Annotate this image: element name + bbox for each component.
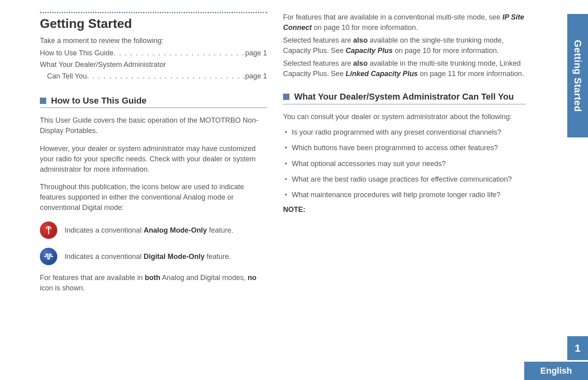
toc-label: How to Use This Guide	[40, 47, 114, 59]
digital-mode-icon	[40, 248, 57, 265]
bottom-bar: English	[524, 362, 588, 380]
list-item: Which buttons have been programmed to ac…	[283, 143, 526, 153]
list-item: What are the best radio usage practices …	[283, 174, 526, 184]
chapter-divider	[40, 12, 267, 13]
bullet-list: Is your radio programmed with any preset…	[283, 127, 526, 200]
body-paragraph: Throughout this publication, the icons b…	[40, 182, 267, 213]
link-capacity-plus[interactable]: Capacity Plus	[346, 47, 393, 55]
list-item: What maintenance procedures will help pr…	[283, 190, 526, 200]
digital-mode-icon-row: Indicates a conventional Digital Mode-On…	[40, 248, 267, 265]
antenna-icon	[44, 226, 53, 235]
section-heading: How to Use This Guide	[51, 96, 147, 106]
toc-page: page 1	[245, 71, 267, 82]
svg-point-0	[48, 228, 50, 230]
section-marker-icon	[40, 98, 46, 104]
body-paragraph: However, your dealer or system administr…	[40, 143, 267, 174]
page-number: 1	[575, 342, 580, 355]
list-item: Is your radio programmed with any preset…	[283, 127, 526, 137]
toc-page: page 1	[245, 47, 267, 59]
body-paragraph: For features that are available in a con…	[283, 12, 526, 33]
digital-wave-icon	[44, 252, 53, 261]
body-paragraph: For features that are available in both …	[40, 272, 267, 293]
toc-label: Can Tell You	[47, 71, 87, 82]
analog-mode-icon-row: Indicates a conventional Analog Mode-Onl…	[40, 221, 267, 239]
body-paragraph: Selected features are also available in …	[283, 58, 526, 79]
page-number-box: 1	[567, 336, 588, 360]
body-paragraph: This User Guide covers the basic operati…	[40, 115, 267, 136]
link-linked-capacity-plus[interactable]: Linked Capacity Plus	[346, 70, 418, 78]
section-marker-icon	[283, 94, 289, 100]
toc-entry-1[interactable]: How to Use This Guide page 1	[40, 47, 267, 59]
side-tab: Getting Started	[567, 14, 588, 137]
left-column: Getting Started Take a moment to review …	[40, 12, 267, 293]
section-heading-row-dealer: What Your Dealer/System Administrator Ca…	[283, 91, 526, 105]
body-paragraph: Selected features are also available on …	[283, 35, 526, 56]
note-label: NOTE:	[283, 206, 526, 214]
toc-dots	[114, 47, 245, 59]
language-label: English	[524, 362, 588, 380]
side-tab-label: Getting Started	[572, 40, 583, 112]
analog-mode-description: Indicates a conventional Analog Mode-Onl…	[65, 226, 233, 235]
toc-entry-2b[interactable]: Can Tell You page 1	[40, 71, 267, 82]
toc-entry-2a[interactable]: What Your Dealer/System Administrator	[40, 59, 267, 71]
analog-mode-icon	[40, 221, 57, 239]
chapter-title: Getting Started	[40, 16, 267, 31]
page-content: Getting Started Take a moment to review …	[40, 12, 548, 293]
section-heading-row-how-to-use: How to Use This Guide	[40, 96, 267, 108]
digital-mode-description: Indicates a conventional Digital Mode-On…	[65, 253, 231, 261]
right-column: For features that are available in a con…	[283, 12, 526, 293]
toc-label: What Your Dealer/System Administrator	[40, 59, 166, 71]
toc-dots	[87, 71, 245, 82]
chapter-intro: Take a moment to review the following:	[40, 37, 267, 45]
list-item: What optional accessories may suit your …	[283, 159, 526, 169]
body-paragraph: You can consult your dealer or system ad…	[283, 112, 526, 122]
section-heading: What Your Dealer/System Administrator Ca…	[294, 91, 514, 103]
